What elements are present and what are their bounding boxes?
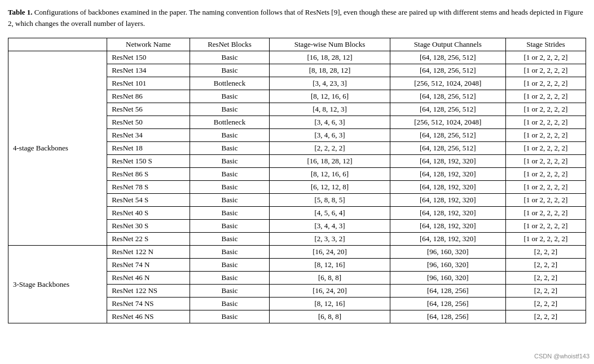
- cell: [1 or 2, 2, 2, 2]: [505, 194, 586, 207]
- cell: [4, 5, 6, 4]: [270, 207, 390, 220]
- cell: [64, 128, 256]: [390, 298, 505, 310]
- col-header-stage-output-channels: Stage Output Channels: [390, 38, 505, 51]
- network-name: ResNet 134: [107, 64, 190, 77]
- cell: [8, 12, 16]: [270, 259, 390, 272]
- cell: [5, 8, 8, 5]: [270, 194, 390, 207]
- cell: [2, 2, 2]: [505, 298, 586, 310]
- cell: Basic: [190, 233, 270, 246]
- cell: Basic: [190, 142, 270, 155]
- cell: [6, 8, 8]: [270, 272, 390, 285]
- cell: [256, 512, 1024, 2048]: [390, 77, 505, 90]
- cell: [64, 128, 256, 512]: [390, 129, 505, 142]
- network-name: ResNet 54 S: [107, 194, 190, 207]
- col-header-network-name: Network Name: [107, 38, 190, 51]
- cell: [96, 160, 320]: [390, 259, 505, 272]
- cell: [64, 128, 256, 512]: [390, 90, 505, 103]
- network-name: ResNet 56: [107, 103, 190, 116]
- table-row: 3-Stage BackbonesResNet 122 NBasic[16, 2…: [8, 246, 586, 259]
- cell: Basic: [190, 103, 270, 116]
- caption-label: Table 1.: [8, 8, 33, 16]
- col-header-resnet-blocks: ResNet Blocks: [190, 38, 270, 51]
- cell: Basic: [190, 207, 270, 220]
- cell: [256, 512, 1024, 2048]: [390, 116, 505, 129]
- table-row: 4-stage BackbonesResNet 150Basic[16, 18,…: [8, 51, 586, 64]
- cell: [2, 3, 3, 2]: [270, 233, 390, 246]
- cell: [64, 128, 256, 512]: [390, 64, 505, 77]
- cell: Bottleneck: [190, 116, 270, 129]
- cell: [3, 4, 6, 3]: [270, 129, 390, 142]
- cell: [16, 18, 28, 12]: [270, 51, 390, 64]
- cell: [64, 128, 256]: [390, 285, 505, 298]
- cell: [8, 12, 16, 6]: [270, 90, 390, 103]
- cell: Basic: [190, 285, 270, 298]
- cell: [64, 128, 256]: [390, 310, 505, 323]
- cell: [1 or 2, 2, 2, 2]: [505, 77, 586, 90]
- cell: [64, 128, 192, 320]: [390, 207, 505, 220]
- cell: [1 or 2, 2, 2, 2]: [505, 103, 586, 116]
- cell: [96, 160, 320]: [390, 246, 505, 259]
- cell: [16, 24, 20]: [270, 285, 390, 298]
- cell: [64, 128, 256, 512]: [390, 142, 505, 155]
- cell: [2, 2, 2]: [505, 272, 586, 285]
- network-name: ResNet 101: [107, 77, 190, 90]
- section-label: 3-Stage Backbones: [8, 246, 107, 323]
- cell: Basic: [190, 220, 270, 233]
- cell: [1 or 2, 2, 2, 2]: [505, 233, 586, 246]
- cell: [1 or 2, 2, 2, 2]: [505, 116, 586, 129]
- cell: Basic: [190, 168, 270, 181]
- network-name: ResNet 86 S: [107, 168, 190, 181]
- cell: [8, 12, 16]: [270, 298, 390, 310]
- cell: [16, 18, 28, 12]: [270, 155, 390, 168]
- cell: [6, 12, 12, 8]: [270, 181, 390, 194]
- network-name: ResNet 46 N: [107, 272, 190, 285]
- caption: Table 1. Configurations of backbones exa…: [8, 7, 586, 29]
- cell: [2, 2, 2]: [505, 285, 586, 298]
- cell: [64, 128, 256, 512]: [390, 103, 505, 116]
- cell: Basic: [190, 51, 270, 64]
- cell: Basic: [190, 298, 270, 310]
- cell: [64, 128, 192, 320]: [390, 155, 505, 168]
- cell: Basic: [190, 246, 270, 259]
- cell: [1 or 2, 2, 2, 2]: [505, 207, 586, 220]
- cell: [2, 2, 2]: [505, 259, 586, 272]
- network-name: ResNet 78 S: [107, 181, 190, 194]
- cell: [3, 4, 6, 3]: [270, 116, 390, 129]
- cell: [1 or 2, 2, 2, 2]: [505, 129, 586, 142]
- cell: [8, 18, 28, 12]: [270, 64, 390, 77]
- cell: [2, 2, 2]: [505, 246, 586, 259]
- col-header-stage-strides: Stage Strides: [505, 38, 586, 51]
- cell: [2, 2, 2]: [505, 310, 586, 323]
- main-table: Network Name ResNet Blocks Stage-wise Nu…: [8, 38, 586, 323]
- cell: Basic: [190, 310, 270, 323]
- cell: [6, 8, 8]: [270, 310, 390, 323]
- cell: [1 or 2, 2, 2, 2]: [505, 220, 586, 233]
- cell: [64, 128, 192, 320]: [390, 220, 505, 233]
- network-name: ResNet 30 S: [107, 220, 190, 233]
- cell: [64, 128, 192, 320]: [390, 181, 505, 194]
- network-name: ResNet 22 S: [107, 233, 190, 246]
- cell: [96, 160, 320]: [390, 272, 505, 285]
- cell: Basic: [190, 129, 270, 142]
- cell: Basic: [190, 64, 270, 77]
- network-name: ResNet 46 NS: [107, 310, 190, 323]
- cell: Basic: [190, 272, 270, 285]
- network-name: ResNet 74 NS: [107, 298, 190, 310]
- cell: [3, 4, 23, 3]: [270, 77, 390, 90]
- network-name: ResNet 34: [107, 129, 190, 142]
- network-name: ResNet 74 N: [107, 259, 190, 272]
- cell: Basic: [190, 155, 270, 168]
- cell: [1 or 2, 2, 2, 2]: [505, 181, 586, 194]
- network-name: ResNet 122 N: [107, 246, 190, 259]
- cell: [8, 12, 16, 6]: [270, 168, 390, 181]
- cell: [64, 128, 192, 320]: [390, 194, 505, 207]
- section-label: 4-stage Backbones: [8, 51, 107, 246]
- cell: Basic: [190, 90, 270, 103]
- cell: [16, 24, 20]: [270, 246, 390, 259]
- cell: [64, 128, 192, 320]: [390, 233, 505, 246]
- cell: [1 or 2, 2, 2, 2]: [505, 155, 586, 168]
- cell: Basic: [190, 181, 270, 194]
- cell: [64, 128, 192, 320]: [390, 168, 505, 181]
- col-header-stage-wise-num-blocks: Stage-wise Num Blocks: [270, 38, 390, 51]
- cell: Basic: [190, 194, 270, 207]
- cell: Bottleneck: [190, 77, 270, 90]
